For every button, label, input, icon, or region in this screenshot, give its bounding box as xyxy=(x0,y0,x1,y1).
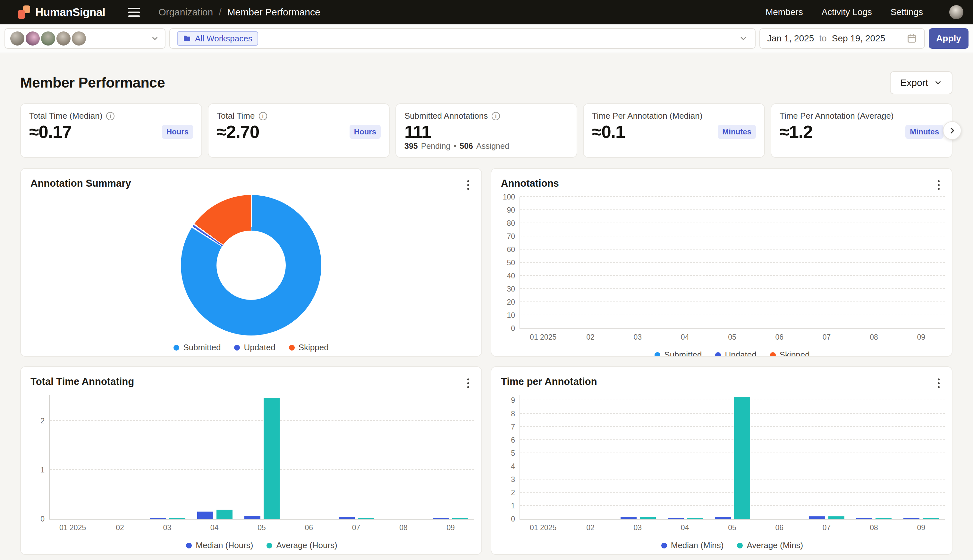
date-range-picker[interactable]: Jan 1, 2025 to Sep 19, 2025 xyxy=(760,28,925,49)
panel-menu-kebab-icon[interactable] xyxy=(934,376,943,391)
unit-badge: Minutes xyxy=(718,125,756,139)
x-tick-label: 01 2025 xyxy=(520,523,566,532)
brand-logo[interactable]: HumanSignal xyxy=(17,5,105,20)
x-tick-label: 05 xyxy=(708,523,756,532)
workspace-chip[interactable]: All Workspaces xyxy=(177,31,258,46)
x-tick-label: 05 xyxy=(708,333,756,342)
export-label: Export xyxy=(900,77,928,88)
assigned-count: 506 xyxy=(460,142,473,151)
category-slot xyxy=(661,395,709,519)
nav-link-members[interactable]: Members xyxy=(765,7,803,17)
category-slot xyxy=(803,197,850,328)
legend-item: Median (Mins) xyxy=(661,540,724,550)
date-to-label: to xyxy=(819,33,826,43)
category-slot xyxy=(333,395,380,519)
filter-bar: All Workspaces Jan 1, 2025 to Sep 19, 20… xyxy=(0,24,973,53)
member-avatar xyxy=(10,32,24,45)
category-slot xyxy=(567,197,615,328)
legend-dot xyxy=(770,352,776,357)
category-slot xyxy=(567,395,615,519)
time-per-annotation-bar-chart: 012345678901 20250203040506070809Median … xyxy=(520,395,945,550)
bar xyxy=(217,510,233,519)
x-tick-label: 07 xyxy=(803,523,850,532)
category-slot xyxy=(238,395,285,519)
bar xyxy=(358,518,374,519)
member-avatar xyxy=(41,32,55,45)
folder-icon xyxy=(183,34,191,43)
chart-panels-grid: Annotation Summary SubmittedUpdatedSkipp… xyxy=(20,168,953,555)
hamburger-menu-icon[interactable] xyxy=(127,5,142,20)
bar xyxy=(668,518,684,519)
stat-card-submitted-annotations: Submitted Annotations i 111 395 Pending … xyxy=(395,103,577,158)
legend-item: Skipped xyxy=(770,350,810,357)
bar xyxy=(809,517,825,519)
legend-dot xyxy=(289,345,295,350)
x-tick-label: 04 xyxy=(661,333,708,342)
calendar-icon xyxy=(906,33,917,44)
y-tick-label: 9 xyxy=(511,397,515,404)
legend-item: Average (Hours) xyxy=(267,540,337,550)
panel-menu-kebab-icon[interactable] xyxy=(934,178,943,192)
workspace-filter-select[interactable]: All Workspaces xyxy=(169,28,756,49)
panel-menu-kebab-icon[interactable] xyxy=(463,178,473,192)
stat-card-total-time-median: Total Time (Median) i ≈0.17 Hours xyxy=(20,103,202,158)
panel-title: Annotations xyxy=(501,178,559,189)
info-icon[interactable]: i xyxy=(491,112,500,120)
y-tick-label: 1 xyxy=(511,502,515,509)
pending-count: 395 xyxy=(405,142,418,151)
apply-button[interactable]: Apply xyxy=(929,28,968,49)
workspace-chip-label: All Workspaces xyxy=(195,34,252,43)
legend-dot xyxy=(234,345,240,350)
cards-scroll-next-button[interactable] xyxy=(943,121,961,140)
category-slot xyxy=(191,395,238,519)
bar xyxy=(244,516,260,519)
donut-chart-area: SubmittedUpdatedSkipped xyxy=(21,192,482,352)
legend-item: Submitted xyxy=(655,350,702,357)
stat-card-time-per-annotation-average: Time Per Annotation (Average) ≈1.2 Minut… xyxy=(771,103,953,158)
x-tick-label: 03 xyxy=(614,523,661,532)
stat-card-time-per-annotation-median: Time Per Annotation (Median) ≈0.1 Minute… xyxy=(583,103,765,158)
category-slot xyxy=(709,197,756,328)
x-tick-label: 06 xyxy=(285,523,333,532)
pending-label: Pending xyxy=(421,142,451,151)
stat-card-total-time: Total Time i ≈2.70 Hours xyxy=(208,103,390,158)
members-filter-select[interactable] xyxy=(5,28,165,49)
bar xyxy=(433,518,449,519)
panel-menu-kebab-icon[interactable] xyxy=(463,376,473,391)
legend-item: Submitted xyxy=(173,343,221,352)
nav-link-activity-logs[interactable]: Activity Logs xyxy=(821,7,872,17)
member-avatar xyxy=(26,32,40,45)
info-icon[interactable]: i xyxy=(106,112,115,120)
legend-dot xyxy=(715,352,721,357)
user-avatar[interactable] xyxy=(949,5,963,19)
export-button[interactable]: Export xyxy=(890,71,953,94)
unit-badge: Hours xyxy=(162,125,193,139)
info-icon[interactable]: i xyxy=(259,112,267,120)
y-tick-label: 1 xyxy=(40,466,45,473)
category-slot xyxy=(97,395,144,519)
y-tick-label: 20 xyxy=(507,298,515,306)
y-tick-label: 2 xyxy=(40,417,45,424)
x-tick-label: 03 xyxy=(144,523,191,532)
y-tick-label: 60 xyxy=(507,246,515,253)
y-tick-label: 80 xyxy=(507,220,515,227)
unit-badge: Minutes xyxy=(905,125,943,139)
chart-legend: Median (Hours)Average (Hours) xyxy=(49,540,474,550)
unit-badge: Hours xyxy=(350,125,381,139)
stat-value: ≈0.1 xyxy=(592,122,625,142)
chevron-down-icon xyxy=(739,34,748,43)
category-slot xyxy=(898,197,945,328)
breadcrumb-organization[interactable]: Organization xyxy=(158,7,213,18)
annotation-summary-donut xyxy=(181,195,322,335)
category-slot xyxy=(898,395,945,519)
y-tick-label: 30 xyxy=(507,285,515,293)
stat-cards-row: Total Time (Median) i ≈0.17 Hours Total … xyxy=(20,103,953,158)
bar xyxy=(734,397,750,519)
x-tick-label: 04 xyxy=(191,523,238,532)
bar xyxy=(856,518,872,519)
y-tick-label: 8 xyxy=(511,410,515,417)
nav-link-settings[interactable]: Settings xyxy=(891,7,923,17)
x-tick-label: 05 xyxy=(238,523,285,532)
bar xyxy=(923,518,939,519)
member-avatar xyxy=(72,32,86,45)
